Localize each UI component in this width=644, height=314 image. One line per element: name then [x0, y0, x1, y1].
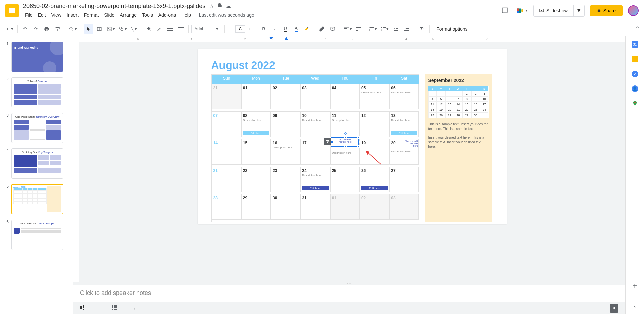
- menu-file[interactable]: File: [23, 12, 35, 18]
- cal-cell[interactable]: 01: [241, 84, 271, 109]
- border-dash-button[interactable]: [176, 24, 186, 34]
- paint-format-button[interactable]: [53, 24, 62, 34]
- zoom-button[interactable]: ▾: [68, 24, 78, 34]
- format-options-button[interactable]: Format options: [432, 26, 472, 32]
- align-button[interactable]: ▾: [343, 24, 353, 34]
- meet-icon[interactable]: ▼: [516, 5, 528, 17]
- bold-button[interactable]: B: [259, 24, 268, 34]
- menu-help[interactable]: Help: [179, 12, 193, 18]
- cal-cell[interactable]: 21: [212, 167, 241, 192]
- slideshow-button[interactable]: Slideshow ▼: [533, 5, 585, 17]
- cal-cell[interactable]: 04: [330, 84, 360, 109]
- cal-cell[interactable]: 14: [212, 139, 241, 165]
- cloud-status-icon[interactable]: ☁: [226, 3, 231, 9]
- addon-plus-icon[interactable]: +: [632, 281, 637, 297]
- menu-edit[interactable]: Edit: [36, 12, 48, 18]
- cal-cell[interactable]: 02: [271, 84, 300, 109]
- cal-cell[interactable]: 15: [241, 139, 271, 165]
- menu-view[interactable]: View: [49, 12, 63, 18]
- indent-decrease-button[interactable]: [391, 24, 401, 34]
- cal-cell[interactable]: 20You can edit this text hereDescription…: [389, 139, 419, 165]
- cal-cell[interactable]: 29: [241, 194, 271, 220]
- print-button[interactable]: [42, 24, 51, 34]
- slide-panel[interactable]: 1 Brand Marketing 2 Table of Content 3 O…: [0, 36, 73, 314]
- maps-addon-icon[interactable]: [631, 99, 639, 107]
- cal-cell[interactable]: 08Description hereEdit here: [241, 111, 271, 137]
- select-tool[interactable]: [84, 24, 93, 34]
- cal-cell[interactable]: 27: [389, 167, 419, 192]
- cal-cell[interactable]: 28: [212, 194, 241, 220]
- keep-addon-icon[interactable]: [631, 55, 639, 63]
- cal-cell[interactable]: 10Description here: [300, 111, 330, 137]
- border-weight-button[interactable]: [165, 24, 175, 34]
- filmstrip-view-icon[interactable]: [80, 305, 85, 311]
- cal-cell[interactable]: 06Description here: [389, 84, 419, 109]
- clear-format-button[interactable]: T×: [417, 24, 427, 34]
- slides-logo[interactable]: [5, 4, 19, 17]
- italic-button[interactable]: I: [270, 24, 279, 34]
- cal-cell[interactable]: 26Edit here: [360, 167, 389, 192]
- cal-cell[interactable]: 23: [271, 167, 300, 192]
- doc-title[interactable]: 20650-02-brand-marketing-powerpoint-temp…: [23, 3, 205, 10]
- cal-cell[interactable]: 13Description hereEdit here: [389, 111, 419, 137]
- font-size-increase[interactable]: +: [246, 25, 253, 33]
- cal-cell[interactable]: 30: [271, 194, 300, 220]
- redo-button[interactable]: ↷: [31, 24, 41, 34]
- grid-view-icon[interactable]: [112, 305, 117, 311]
- calendar-addon-icon[interactable]: 31: [631, 40, 639, 48]
- cal-cell[interactable]: 01: [330, 194, 360, 220]
- cal-cell[interactable]: 02: [360, 194, 389, 220]
- font-size-input[interactable]: [235, 25, 245, 33]
- indent-increase-button[interactable]: [402, 24, 411, 34]
- underline-button[interactable]: U: [281, 24, 290, 34]
- slide-thumb-6[interactable]: 6 Who are Our Client Groups: [0, 218, 73, 251]
- cal-cell[interactable]: 05Description here: [360, 84, 389, 109]
- slide-thumb-5[interactable]: 5 August 2022: [0, 183, 73, 216]
- star-icon[interactable]: ☆: [209, 3, 214, 9]
- line-tool[interactable]: ╲ ▾: [130, 24, 139, 34]
- bullet-list-button[interactable]: ▾: [380, 24, 390, 34]
- shape-tool[interactable]: ▾: [118, 24, 128, 34]
- mini-calendar[interactable]: September 2022 SMTWTFS 123 45678910 1112…: [425, 74, 492, 222]
- notes-drag-handle[interactable]: [73, 282, 625, 285]
- cal-cell[interactable]: 24Description hereEdit here: [300, 167, 330, 192]
- cal-cell[interactable]: 12: [360, 111, 389, 137]
- cal-cell[interactable]: 03: [389, 194, 419, 220]
- user-avatar[interactable]: [628, 5, 639, 16]
- side-collapse-icon[interactable]: ›: [634, 304, 636, 314]
- cal-cell[interactable]: 09: [271, 111, 300, 137]
- cal-cell[interactable]: 31: [212, 84, 241, 109]
- cal-cell[interactable]: 03: [300, 84, 330, 109]
- undo-button[interactable]: ↶: [20, 24, 30, 34]
- ruler-horizontal[interactable]: 6 5 4 2 1 1 2 4 5 7: [73, 36, 625, 42]
- move-icon[interactable]: [217, 3, 222, 9]
- font-size-decrease[interactable]: −: [227, 25, 235, 33]
- line-spacing-button[interactable]: [355, 24, 362, 34]
- contacts-addon-icon[interactable]: 👤: [631, 85, 639, 93]
- cal-cell[interactable]: 22: [241, 167, 271, 192]
- new-slide-button[interactable]: ＋ ▾: [4, 24, 15, 34]
- speaker-notes[interactable]: Click to add speaker notes: [73, 285, 625, 302]
- menu-addons[interactable]: Add-ons: [156, 12, 178, 18]
- edit-status[interactable]: Last edit was seconds ago: [197, 12, 256, 18]
- numbered-list-button[interactable]: 12 ▾: [368, 24, 378, 34]
- font-family-select[interactable]: Arial▾: [191, 25, 221, 33]
- collapse-toolbar-icon[interactable]: ⌃: [635, 25, 640, 33]
- menu-tools[interactable]: Tools: [140, 12, 155, 18]
- slide-thumb-1[interactable]: 1 Brand Marketing: [0, 40, 73, 73]
- cal-cell[interactable]: 25: [330, 167, 360, 192]
- collapse-panel-icon[interactable]: ‹: [134, 305, 135, 311]
- text-color-button[interactable]: A: [291, 24, 301, 34]
- tasks-addon-icon[interactable]: ✓: [631, 70, 639, 78]
- calendar-title[interactable]: August 2022: [211, 59, 493, 72]
- slideshow-caret[interactable]: ▼: [573, 5, 584, 16]
- more-icon[interactable]: ⋯: [473, 26, 483, 31]
- menu-arrange[interactable]: Arrange: [118, 12, 139, 18]
- cal-cell[interactable]: 16Description here: [271, 139, 300, 165]
- slide-thumb-2[interactable]: 2 Table of Content: [0, 76, 73, 109]
- highlight-button[interactable]: [302, 24, 311, 34]
- image-tool[interactable]: ▾: [105, 24, 116, 34]
- cal-cell[interactable]: 07: [212, 111, 241, 137]
- cal-cell[interactable]: 31: [300, 194, 330, 220]
- textbox-tool[interactable]: [95, 24, 104, 34]
